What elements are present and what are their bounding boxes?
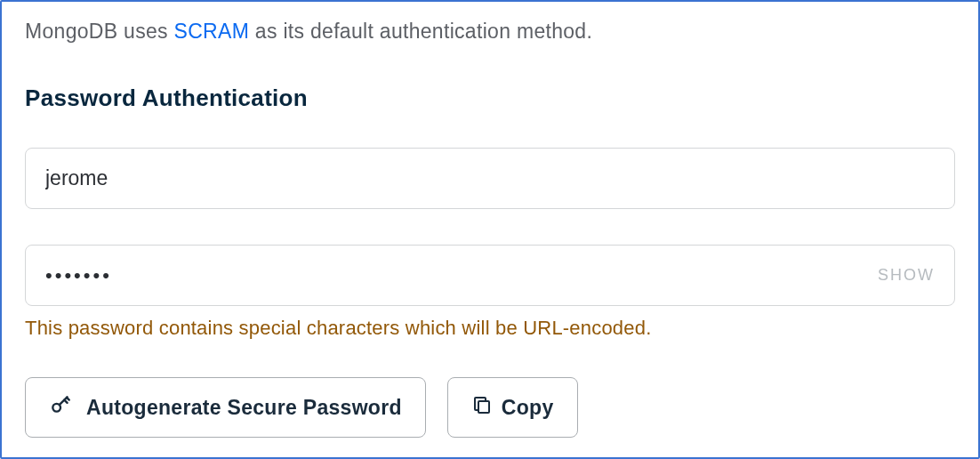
copy-icon [471, 394, 493, 421]
button-row: Autogenerate Secure Password Copy [25, 377, 955, 438]
svg-line-3 [67, 398, 69, 400]
scram-link[interactable]: SCRAM [174, 20, 250, 43]
password-warning: This password contains special character… [25, 317, 955, 340]
username-input-wrap [25, 148, 955, 209]
intro-text: MongoDB uses SCRAM as its default authen… [25, 20, 955, 44]
username-input[interactable] [45, 166, 935, 190]
autogenerate-button[interactable]: Autogenerate Secure Password [25, 377, 426, 438]
copy-label: Copy [502, 396, 554, 420]
password-masked[interactable]: ••••••• [45, 264, 878, 287]
intro-prefix: MongoDB uses [25, 20, 174, 43]
section-heading: Password Authentication [25, 85, 955, 112]
copy-button[interactable]: Copy [447, 377, 578, 438]
auth-panel: MongoDB uses SCRAM as its default authen… [0, 0, 980, 459]
key-icon [49, 393, 72, 422]
show-password-button[interactable]: SHOW [878, 266, 935, 285]
intro-suffix: as its default authentication method. [249, 20, 592, 43]
svg-rect-4 [478, 401, 489, 413]
autogenerate-label: Autogenerate Secure Password [86, 396, 402, 420]
svg-line-2 [64, 400, 67, 403]
password-input-wrap: ••••••• SHOW [25, 245, 955, 306]
